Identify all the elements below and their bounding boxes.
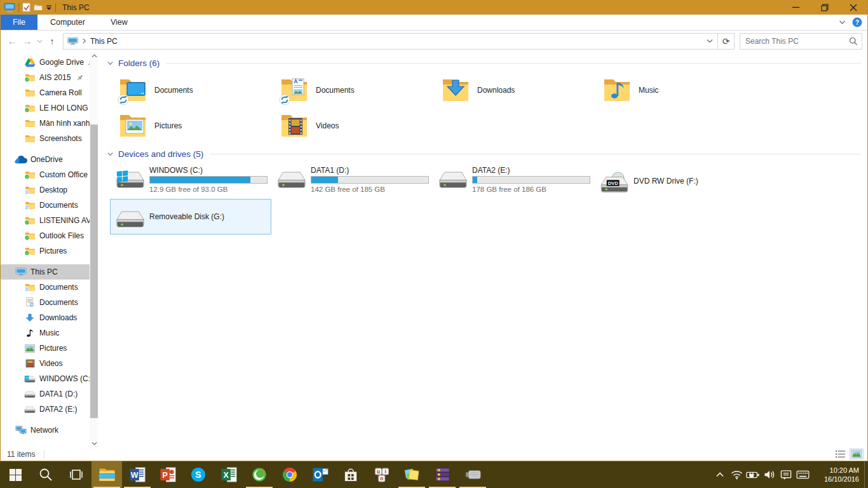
sidebar-item-data2-e-[interactable]: DATA2 (E:) — [1, 402, 90, 417]
taskbar-button-file-explorer[interactable] — [92, 461, 122, 488]
sidebar-item-documents[interactable]: Documents — [1, 280, 90, 295]
folder-tile[interactable]: Documents — [271, 72, 433, 108]
folder-tile[interactable]: Documents — [110, 72, 271, 108]
address-bar[interactable]: This PC — [63, 33, 718, 50]
sidebar-item-label: Documents — [39, 298, 78, 307]
collapse-chevron-icon[interactable] — [107, 151, 114, 158]
search-input[interactable] — [740, 37, 849, 46]
restore-button[interactable] — [810, 0, 839, 15]
back-button[interactable]: ← — [4, 36, 20, 46]
sidebar-item-le-hoi-long-de[interactable]: LE HOI LONG DE — [1, 100, 90, 116]
expand-ribbon-chevron-icon[interactable] — [839, 20, 846, 25]
qat-dropdown-icon[interactable] — [46, 4, 52, 11]
group-header-devices-and-drives[interactable]: Devices and drives (5) — [107, 147, 867, 161]
sidebar-item-downloads[interactable]: Downloads — [1, 310, 90, 325]
taskbar-button-sticky-notes[interactable] — [397, 461, 427, 488]
sidebar-item-outlook-files[interactable]: Outlook Files — [1, 228, 90, 243]
group-rule — [210, 154, 861, 154]
sidebar-item-m-n-h-nh-xanh[interactable]: Màn hình xanh — [1, 116, 90, 131]
capacity-bar-fill — [473, 177, 477, 183]
help-icon[interactable]: ? — [852, 17, 862, 27]
folder-tile[interactable]: Downloads — [433, 72, 594, 108]
sidebar-item-videos[interactable]: Videos — [1, 356, 90, 371]
sidebar-item-data1-d-[interactable]: DATA1 (D:) — [1, 386, 90, 402]
breadcrumb[interactable]: This PC — [64, 37, 118, 46]
chevron-up-icon[interactable] — [712, 461, 728, 488]
drive-tile[interactable]: DATA1 (D:)142 GB free of 185 GB — [271, 163, 433, 199]
sidebar-item-network[interactable]: Network — [1, 423, 90, 438]
sidebar-item-documents[interactable]: Documents — [1, 295, 90, 310]
breadcrumb-this-pc[interactable]: This PC — [90, 37, 118, 46]
taskbar-button-skype[interactable]: S — [183, 461, 214, 488]
drive-tile[interactable]: Removeable Disk (G:) — [110, 199, 271, 234]
sidebar-item-pictures[interactable]: Pictures — [1, 243, 90, 259]
thumbnails-view-button[interactable] — [850, 449, 864, 459]
wifi-icon[interactable] — [728, 461, 745, 488]
properties-icon[interactable] — [22, 3, 31, 12]
sidebar-item-windows-c-[interactable]: WINDOWS (C:) — [1, 371, 90, 386]
up-button[interactable]: ↑ — [44, 36, 60, 46]
sidebar-item-this-pc[interactable]: This PC — [1, 264, 90, 280]
taskbar-clock[interactable]: 10:20 AM16/10/2016 — [811, 466, 864, 484]
search-icon[interactable] — [849, 37, 862, 46]
sidebar-item-camera-roll[interactable]: Camera Roll — [1, 85, 90, 100]
details-view-button[interactable] — [833, 449, 847, 459]
sidebar-item-ais-2015[interactable]: AIS 2015 — [1, 70, 90, 85]
video-icon — [24, 359, 36, 368]
sidebar-item-music[interactable]: Music — [1, 325, 90, 341]
taskbar-button-powerpoint[interactable]: P — [153, 461, 183, 488]
sidebar-item-google-drive[interactable]: Google Drive — [1, 55, 90, 70]
taskbar: WPSXuin10:20 AM16/10/2016 — [0, 461, 868, 488]
sidebar-item-desktop[interactable]: Desktop — [1, 182, 90, 198]
minimize-button[interactable] — [782, 0, 810, 15]
scrollbar-thumb[interactable] — [90, 125, 98, 418]
sidebar-item-listening-avdl[interactable]: LISTENING AVDL — [1, 213, 90, 228]
sidebar-item-pictures[interactable]: Pictures — [1, 341, 90, 356]
action-center-icon[interactable] — [778, 461, 794, 488]
taskbar-button-excel[interactable]: X — [214, 461, 244, 488]
taskbar-button-chrome[interactable] — [275, 461, 305, 488]
tab-computer[interactable]: Computer — [37, 15, 98, 30]
forward-button[interactable]: → — [20, 36, 35, 46]
tab-view[interactable]: View — [98, 15, 140, 30]
taskbar-button-outlook[interactable] — [305, 461, 336, 488]
taskbar-button-task-view[interactable] — [61, 461, 92, 488]
group-header-folders[interactable]: Folders (6) — [107, 56, 867, 70]
refresh-button[interactable]: ⟳ — [718, 33, 735, 50]
collapse-chevron-icon[interactable] — [107, 60, 114, 67]
folder-check-icon — [24, 104, 36, 112]
address-dropdown-chevron[interactable] — [702, 39, 717, 43]
recent-locations-chevron[interactable] — [35, 39, 44, 43]
drive-tile[interactable]: WINDOWS (C:)12.9 GB free of 93.0 GB — [110, 163, 271, 199]
scroll-up-icon[interactable] — [90, 51, 98, 60]
sidebar-item-onedrive[interactable]: OneDrive — [1, 152, 90, 167]
volume-icon[interactable] — [761, 461, 778, 488]
taskbar-button-usb-device[interactable] — [458, 461, 488, 488]
battery-icon[interactable] — [745, 461, 761, 488]
folder-tile[interactable]: Videos — [271, 108, 433, 144]
drive-tile[interactable]: DVDDVD RW Drive (F:) — [594, 163, 756, 199]
svg-text:u: u — [377, 468, 380, 474]
sidebar-item-homegroup[interactable]: Homegroup — [1, 444, 90, 448]
drive-tile[interactable]: DATA2 (E:)178 GB free of 186 GB — [433, 163, 594, 199]
new-folder-icon[interactable] — [34, 3, 43, 11]
taskbar-button-start[interactable] — [0, 461, 31, 488]
sidebar-item-documents[interactable]: Documents — [1, 198, 90, 213]
unikey-icon: uin — [374, 467, 390, 483]
taskbar-button-unikey[interactable]: uin — [366, 461, 397, 488]
taskbar-button-search[interactable] — [31, 461, 61, 488]
tab-file[interactable]: File — [1, 15, 37, 30]
sidebar-item-screenshots[interactable]: Screenshots — [1, 131, 90, 146]
scroll-down-icon[interactable] — [90, 439, 98, 448]
show-desktop-button[interactable] — [864, 461, 868, 488]
folder-tile[interactable]: Music — [594, 72, 756, 108]
folder-tile[interactable]: Pictures — [110, 108, 271, 144]
keyboard-icon[interactable] — [794, 461, 811, 488]
taskbar-button-word[interactable]: W — [122, 461, 153, 488]
sidebar-scrollbar[interactable] — [90, 51, 98, 448]
sidebar-item-custom-office-t[interactable]: Custom Office T — [1, 167, 90, 182]
taskbar-button-winrar[interactable] — [427, 461, 458, 488]
close-button[interactable] — [839, 0, 867, 15]
taskbar-button-coccoc[interactable] — [244, 461, 275, 488]
taskbar-button-store[interactable] — [336, 461, 366, 488]
